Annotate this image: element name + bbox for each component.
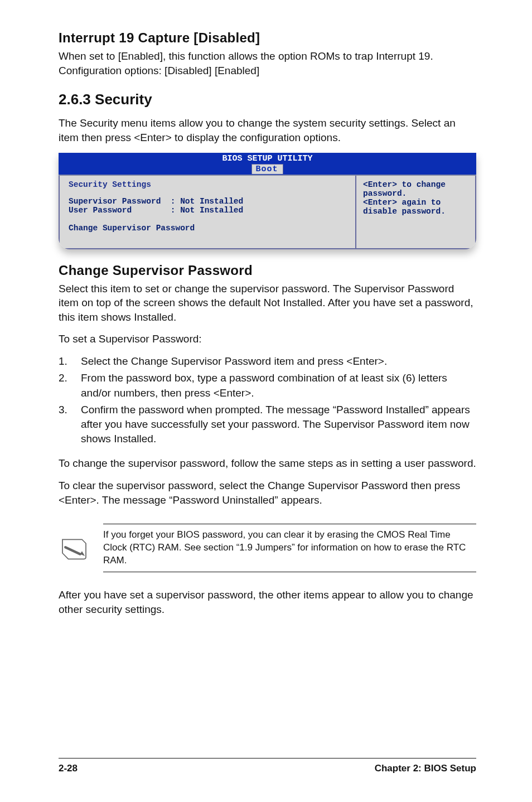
step-number: 1.	[59, 354, 81, 369]
step-number: 3.	[59, 403, 81, 447]
step-item: 3. Confirm the password when prompted. T…	[59, 403, 476, 447]
bios-help-line: <Enter> again to	[363, 198, 468, 207]
note-text: If you forget your BIOS password, you ca…	[103, 524, 476, 572]
step-number: 2.	[59, 371, 81, 400]
bios-tab-boot: Boot	[252, 164, 283, 174]
heading-security: 2.6.3 Security	[59, 91, 476, 108]
bios-help-text: <Enter> to change password. <Enter> agai…	[363, 180, 468, 216]
para-clear: To clear the supervisor password, select…	[59, 479, 476, 507]
bios-header: BIOS SETUP UTILITY Boot	[59, 153, 476, 175]
page-number: 2-28	[59, 763, 78, 774]
bios-body: Security Settings Supervisor Password : …	[59, 175, 476, 249]
heading-change-supervisor-password: Change Supervisor Password	[59, 263, 476, 278]
para-after-note: After you have set a supervisor password…	[59, 588, 476, 616]
chapter-label: Chapter 2: BIOS Setup	[375, 763, 476, 774]
step-item: 2. From the password box, type a passwor…	[59, 371, 476, 400]
para-interrupt-capture: When set to [Enabled], this function all…	[59, 49, 476, 78]
bios-setup-figure: BIOS SETUP UTILITY Boot Security Setting…	[59, 153, 476, 249]
para-security-intro: The Security menu items allow you to cha…	[59, 116, 476, 144]
bios-nav-hint	[363, 234, 468, 246]
page-footer: 2-28 Chapter 2: BIOS Setup	[59, 758, 476, 774]
para-change-follow: To change the supervisor password, follo…	[59, 456, 476, 471]
heading-interrupt-capture: Interrupt 19 Capture [Disabled]	[59, 30, 476, 46]
step-text: Confirm the password when prompted. The …	[81, 403, 476, 447]
bios-right-pane: <Enter> to change password. <Enter> agai…	[356, 176, 476, 249]
bios-user-password-row: User Password : Not Installed	[69, 206, 346, 215]
bios-help-line: <Enter> to change	[363, 180, 468, 189]
bios-help-line: disable password.	[363, 207, 468, 216]
bios-supervisor-password-row: Supervisor Password : Not Installed	[69, 197, 346, 206]
note-callout: If you forget your BIOS password, you ca…	[59, 524, 476, 572]
para-change-desc: Select this item to set or change the su…	[59, 282, 476, 325]
step-text: Select the Change Supervisor Password it…	[81, 354, 387, 369]
step-text: From the password box, type a password c…	[81, 371, 476, 400]
bios-change-supervisor-password-item: Change Supervisor Password	[69, 224, 346, 233]
bios-help-line: password.	[363, 189, 468, 198]
bios-left-pane: Security Settings Supervisor Password : …	[59, 176, 356, 249]
step-item: 1. Select the Change Supervisor Password…	[59, 354, 476, 369]
steps-list: 1. Select the Change Supervisor Password…	[59, 354, 476, 446]
bios-security-settings-label: Security Settings	[69, 180, 346, 189]
para-to-set: To set a Supervisor Password:	[59, 332, 476, 346]
bios-title: BIOS SETUP UTILITY	[59, 154, 476, 163]
note-pencil-icon	[59, 533, 90, 564]
